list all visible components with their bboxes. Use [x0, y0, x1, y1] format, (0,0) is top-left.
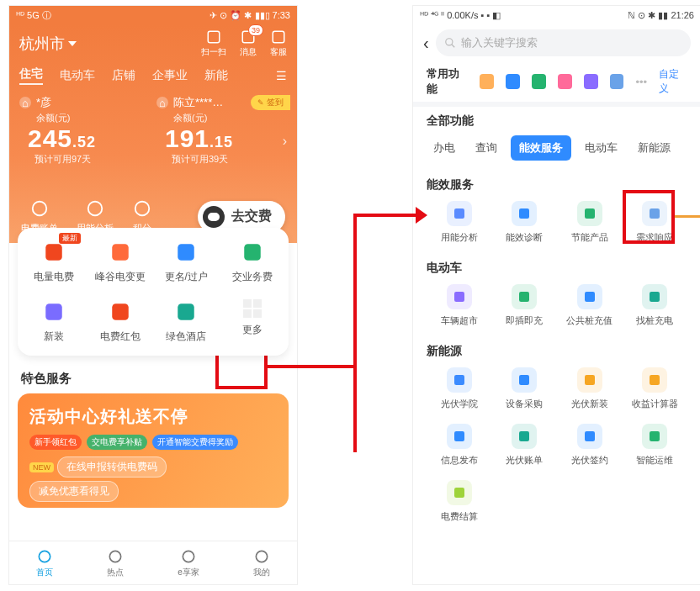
- func-item-光伏新装[interactable]: 光伏新装: [557, 367, 623, 410]
- func-item-能效诊断[interactable]: 能效诊断: [492, 201, 558, 244]
- func-item-节能产品[interactable]: 节能产品: [557, 201, 623, 244]
- tab-新能[interactable]: 新能: [204, 68, 228, 83]
- func-item-找桩充电[interactable]: 找桩充电: [623, 284, 688, 327]
- phone-home-screen: ᴴᴰ 5G ⓘ ✈ ⊙ ⏰ ✱ ▮▮▯ 7:33 杭州市 扫一扫39消息客服 住…: [8, 5, 298, 585]
- func-item-信息发布[interactable]: 信息发布: [427, 424, 492, 467]
- pointer-stub: [675, 215, 700, 218]
- scan-icon: [206, 29, 221, 45]
- freq-icon[interactable]: [558, 74, 572, 89]
- redpacket-icon: [108, 299, 133, 325]
- grid-item-峰谷电变更[interactable]: 峰谷电变更: [88, 240, 154, 284]
- dots-icon: •••: [635, 76, 647, 88]
- grid-item-电费红包[interactable]: 电费红包: [88, 299, 154, 344]
- freq-icon[interactable]: [584, 74, 598, 89]
- location-picker[interactable]: 杭州市: [19, 34, 77, 54]
- func-item-收益计算器[interactable]: 收益计算器: [623, 367, 688, 410]
- message-icon-button[interactable]: 39消息: [240, 29, 257, 58]
- cat-tab-新能源[interactable]: 新能源: [631, 136, 677, 160]
- search-input[interactable]: 输入关键字搜索: [436, 29, 691, 56]
- func-item-需求响应[interactable]: 需求响应: [623, 201, 688, 244]
- section-title: 能效服务: [427, 177, 687, 193]
- search-placeholder: 输入关键字搜索: [461, 35, 538, 50]
- back-button[interactable]: ‹: [423, 34, 429, 53]
- promo-title: 活动中心好礼送不停: [29, 405, 277, 428]
- search-icon: [444, 37, 456, 49]
- fee-icon: [240, 240, 265, 265]
- svg-rect-2: [273, 31, 284, 43]
- nav-热点[interactable]: 热点: [107, 548, 124, 578]
- cat-tab-查询[interactable]: 查询: [469, 136, 504, 160]
- status-left: ᴴᴰ 5G ⓘ: [16, 9, 51, 22]
- promo-banner[interactable]: 活动中心好礼送不停 新手领红包 交电费享补贴 开通智能交费得奖励 NEW在线申报…: [18, 393, 289, 508]
- func-item-智能运维[interactable]: 智能运维: [623, 424, 688, 467]
- grid-item-交业务费[interactable]: 交业务费: [220, 240, 286, 284]
- cat-tab-电动车[interactable]: 电动车: [578, 136, 624, 160]
- points-icon: [132, 198, 152, 219]
- svg-rect-25: [585, 292, 595, 302]
- svg-point-4: [88, 202, 103, 216]
- freq-icon[interactable]: [610, 74, 624, 89]
- status-right: ✈ ⊙ ⏰ ✱ ▮▮▯ 7:33: [209, 10, 290, 21]
- func-item-光伏签约[interactable]: 光伏签约: [557, 424, 623, 467]
- headset-icon-button[interactable]: 客服: [270, 29, 287, 58]
- balance-card-1[interactable]: ⌂*彦 余额(元) 245.52 预计可用97天: [19, 95, 150, 166]
- wave-icon: [108, 240, 133, 265]
- func-item-设备采购[interactable]: 设备采购: [492, 367, 558, 410]
- category-tabs: 住宅电动车店铺企事业新能☰: [19, 66, 287, 85]
- svg-rect-27: [454, 375, 464, 385]
- func-icon: [512, 367, 537, 393]
- bill-icon: [29, 198, 50, 219]
- customize-button[interactable]: 自定义: [659, 67, 687, 96]
- svg-rect-0: [208, 31, 220, 43]
- freq-icon[interactable]: [506, 74, 520, 89]
- svg-rect-12: [178, 303, 195, 320]
- balance-card-2[interactable]: ✎ 签到 ⌂陈立****… 余额(元) 191.15 预计可用39天 ›: [156, 95, 287, 166]
- svg-rect-33: [585, 431, 595, 441]
- func-icon: [642, 284, 667, 309]
- headset-icon: [271, 29, 286, 45]
- cat-tab-办电[interactable]: 办电: [427, 136, 462, 160]
- cat-tab-能效服务[interactable]: 能效服务: [511, 135, 571, 161]
- sign-in-button[interactable]: ✎ 签到: [251, 95, 290, 110]
- category-tabs: 办电查询能效服务电动车新能源: [427, 135, 687, 161]
- svg-rect-30: [650, 375, 660, 385]
- func-icon: [447, 284, 472, 309]
- section-title: 电动车: [427, 261, 687, 276]
- freq-icon[interactable]: [480, 74, 494, 89]
- func-icon: [512, 201, 537, 226]
- svg-rect-9: [244, 244, 261, 261]
- func-icon: [642, 424, 667, 449]
- svg-point-16: [256, 551, 267, 562]
- freq-icon[interactable]: [532, 74, 546, 89]
- svg-rect-8: [178, 244, 195, 261]
- func-icon: [642, 201, 667, 226]
- grid-item-电量电费[interactable]: 最新电量电费: [21, 240, 88, 284]
- func-item-电费结算[interactable]: 电费结算: [427, 480, 492, 523]
- tab-店铺[interactable]: 店铺: [112, 68, 135, 83]
- grid-item-更名/过户[interactable]: 更名/过户: [153, 240, 220, 284]
- func-item-光伏学院[interactable]: 光伏学院: [427, 367, 492, 410]
- nav-我的[interactable]: 我的: [253, 548, 270, 578]
- tab-电动车[interactable]: 电动车: [60, 68, 95, 83]
- func-item-用能分析[interactable]: 用能分析: [427, 201, 492, 244]
- nav-e享家[interactable]: e享家: [178, 548, 199, 578]
- grid-item-绿色酒店[interactable]: 绿色酒店: [153, 299, 220, 344]
- grid-item-更多[interactable]: 更多: [220, 299, 286, 344]
- svg-rect-26: [650, 292, 660, 302]
- nav-首页[interactable]: 首页: [36, 548, 53, 578]
- func-item-光伏账单[interactable]: 光伏账单: [492, 424, 558, 467]
- grid-item-新装[interactable]: 新装: [21, 299, 88, 344]
- func-item-公共桩充值[interactable]: 公共桩充值: [557, 284, 623, 327]
- func-item-车辆超市[interactable]: 车辆超市: [427, 284, 492, 327]
- tabs-more-icon[interactable]: ☰: [276, 69, 287, 82]
- tab-住宅[interactable]: 住宅: [19, 66, 43, 85]
- func-icon: [577, 367, 602, 393]
- func-icon: [447, 424, 472, 449]
- chevron-right-icon: ›: [283, 134, 287, 149]
- tab-企事业[interactable]: 企事业: [152, 68, 188, 83]
- func-item-即插即充[interactable]: 即插即充: [492, 284, 558, 327]
- status-bar: ᴴᴰ 5G ⓘ ✈ ⊙ ⏰ ✱ ▮▮▯ 7:33: [9, 6, 297, 24]
- svg-rect-35: [454, 488, 464, 498]
- arrow-segment: [353, 214, 357, 365]
- scan-icon-button[interactable]: 扫一扫: [201, 29, 226, 58]
